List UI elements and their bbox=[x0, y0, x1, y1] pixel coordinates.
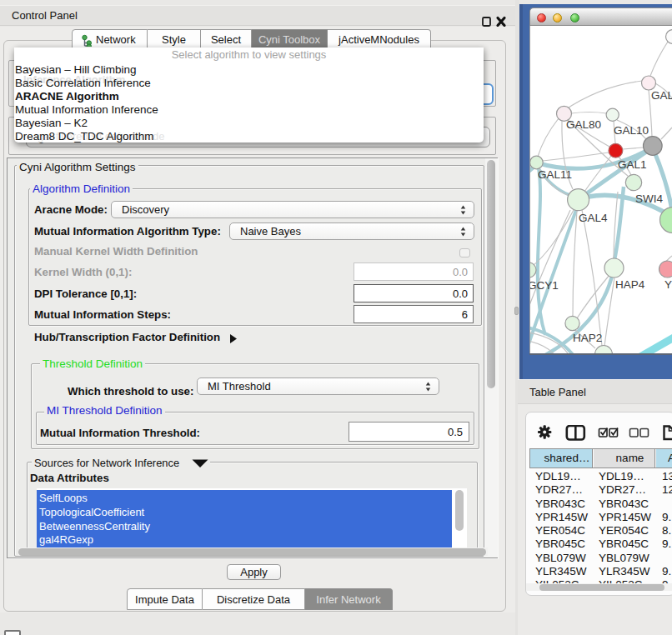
svg-text:HAP4: HAP4 bbox=[615, 278, 645, 291]
svg-text:GAL7: GAL7 bbox=[651, 89, 672, 102]
svg-text:GAL10: GAL10 bbox=[614, 124, 649, 137]
svg-text:GAL1: GAL1 bbox=[618, 158, 647, 171]
svg-text:SWI4: SWI4 bbox=[635, 192, 663, 205]
svg-text:HAP2: HAP2 bbox=[573, 332, 602, 344]
svg-text:GCY1: GCY1 bbox=[530, 279, 559, 292]
svg-text:YJ: YJ bbox=[664, 278, 672, 291]
svg-text:GAL11: GAL11 bbox=[538, 168, 572, 181]
svg-text:GAL80: GAL80 bbox=[566, 118, 601, 131]
svg-text:GAL4: GAL4 bbox=[579, 212, 608, 224]
